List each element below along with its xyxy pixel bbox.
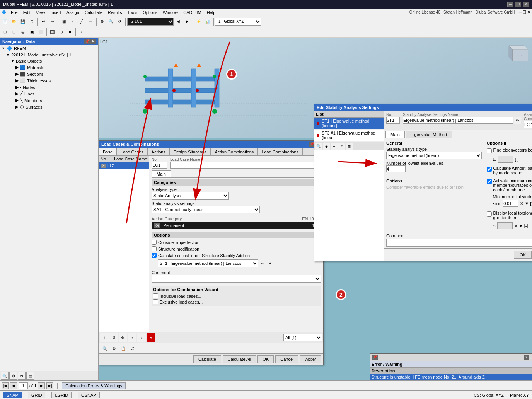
menu-assign[interactable]: Assign xyxy=(64,10,82,15)
static-settings-select[interactable]: SA1 - Geometrically linear xyxy=(152,206,260,213)
activate-prestress-cb[interactable] xyxy=(487,179,492,184)
tb2-render[interactable]: 🔲 xyxy=(48,28,56,36)
stability-name-input[interactable] xyxy=(403,117,513,124)
tb2-grid[interactable]: ⊟ xyxy=(10,28,18,36)
lc-tb-add[interactable]: + xyxy=(100,333,109,342)
page-first-btn[interactable]: |◀ xyxy=(2,382,9,389)
stability-tab-main[interactable]: Main xyxy=(385,131,405,138)
tb-zoom-fit[interactable]: ⊕ xyxy=(98,17,106,26)
menu-edit[interactable]: Edit xyxy=(21,10,33,15)
page-input[interactable] xyxy=(19,382,28,389)
tb2-view2[interactable]: ⬜ xyxy=(36,28,45,36)
stability-no-input[interactable] xyxy=(386,117,400,124)
exclusive-cb[interactable] xyxy=(153,299,158,304)
stl-delete[interactable]: 🗑 xyxy=(346,143,353,150)
nav-thicknesses[interactable]: ▶ ⬜ Thicknesses xyxy=(0,77,98,84)
calc-errors-tab[interactable]: Calculation Errors & Warnings xyxy=(62,382,126,389)
nav-nodes[interactable]: ▶ · Nodes xyxy=(0,84,98,90)
tb-new[interactable]: 📄 xyxy=(1,17,9,26)
tb-rotate[interactable]: ⟳ xyxy=(116,17,124,26)
nav-file[interactable]: ▼ 220121_Model_unstable.rf6* | 1 xyxy=(0,52,98,58)
tb-results[interactable]: 📊 xyxy=(203,17,212,26)
consider-imperfection-cb[interactable] xyxy=(152,240,157,245)
stability-method-select[interactable]: ST1 - Eigenvalue method (linear) | Lancz… xyxy=(158,259,258,267)
lc-tb-down[interactable]: ↓ xyxy=(137,333,146,342)
menu-cad-bim[interactable]: CAD-BIM xyxy=(181,10,203,15)
calculate-btn[interactable]: Calculate xyxy=(193,355,221,363)
stability-ok-btn[interactable]: OK xyxy=(514,251,532,259)
cancel-btn[interactable]: Cancel xyxy=(275,355,298,363)
menu-results[interactable]: Results xyxy=(106,10,124,15)
stl-settings[interactable]: ⚙ xyxy=(323,143,330,150)
display-torsional-cb[interactable] xyxy=(487,211,492,217)
lc-tab-load-combos[interactable]: Load Combinations xyxy=(258,148,303,155)
tb2-solid[interactable]: ■ xyxy=(66,28,74,36)
lc-search-btn[interactable]: 🔍 xyxy=(101,344,109,353)
lc-name-input[interactable] xyxy=(170,162,321,169)
find-eigenvectors-cb[interactable] xyxy=(487,148,492,153)
lc-no-input[interactable] xyxy=(152,162,167,169)
tb2-snap[interactable]: ⊞ xyxy=(1,28,9,36)
num-eigenvalues-input[interactable] xyxy=(386,165,406,172)
tb-node[interactable]: ◦ xyxy=(68,17,77,26)
nav-tb-settings[interactable]: ⚙ xyxy=(9,372,17,380)
menu-window[interactable]: Window xyxy=(160,10,180,15)
lc-export-btn[interactable]: 📋 xyxy=(119,344,128,353)
nav-materials[interactable]: ▶ 🟦 Materials xyxy=(0,64,98,71)
nav-sections[interactable]: ▶ ⬛ Sections xyxy=(0,71,98,77)
tb-open[interactable]: 📂 xyxy=(10,17,18,26)
stability-edit-btn[interactable]: ✏ xyxy=(259,260,266,267)
error-pin-btn[interactable]: 📌 xyxy=(372,355,378,360)
nav-basic-objects[interactable]: ▼ Basic Objects xyxy=(0,58,98,64)
menu-view[interactable]: View xyxy=(34,10,48,15)
emin-input[interactable] xyxy=(503,200,518,207)
stability-item-st3[interactable]: ST3 #1 | Eigenvalue method (linea xyxy=(314,130,384,142)
calc-critical-cb[interactable] xyxy=(152,253,157,258)
stability-comment-select[interactable] xyxy=(386,239,532,247)
tb2-osnap[interactable]: ◎ xyxy=(19,28,27,36)
lc-tab-actions[interactable]: Actions xyxy=(148,148,170,155)
apply-btn[interactable]: Apply xyxy=(300,355,321,363)
menu-calculate[interactable]: Calculate xyxy=(82,10,105,15)
page-prev-btn[interactable]: ◀ xyxy=(10,382,17,389)
lc-all-combo[interactable]: All (1) xyxy=(283,334,322,341)
menu-insert[interactable]: Insert xyxy=(48,10,63,15)
error-row-1[interactable]: Structure is unstable. | FE mesh node No… xyxy=(370,374,532,380)
analysis-type-select[interactable]: Static Analysis xyxy=(152,192,229,200)
lc-tab-design[interactable]: Design Situations xyxy=(170,148,211,155)
close-btn[interactable]: ✕ xyxy=(523,2,529,7)
lc-print-btn[interactable]: 🖨 xyxy=(128,344,137,353)
lc-tb-copy[interactable]: ⧉ xyxy=(109,333,118,342)
tb2-disp[interactable]: ⋯ xyxy=(86,28,95,36)
stability-add-btn[interactable]: + xyxy=(267,260,274,267)
stability-assigned-input[interactable] xyxy=(524,121,532,128)
minimize-btn[interactable]: ─ xyxy=(507,2,513,7)
calculate-all-btn[interactable]: Calculate All xyxy=(223,355,256,363)
nav-tb-search[interactable]: 🔍 xyxy=(1,372,9,380)
nav-lines[interactable]: ▶ ╱ Lines xyxy=(0,90,98,97)
menu-help[interactable]: Help xyxy=(205,10,218,15)
stability-tab-eigenvalue[interactable]: Eigenvalue Method xyxy=(406,131,452,138)
stability-type-select[interactable]: Eigenvalue method (linear) xyxy=(386,152,482,159)
tb2-wire[interactable]: ⬡ xyxy=(57,28,65,36)
page-last-btn[interactable]: ▶| xyxy=(46,382,53,389)
lc-tab-load-cases[interactable]: Load Cases xyxy=(117,148,148,155)
cs-combo[interactable]: 1 - Global XYZ xyxy=(215,18,261,26)
ok-btn[interactable]: OK xyxy=(257,355,274,363)
inclusive-cb[interactable] xyxy=(153,293,158,298)
lc-list-item-lc1[interactable]: G LC1 xyxy=(99,162,149,169)
stl-add[interactable]: + xyxy=(331,143,338,150)
tb-print[interactable]: 🖨 xyxy=(27,17,36,26)
stability-name-edit[interactable]: ✏ xyxy=(514,117,521,124)
restore-btn[interactable]: ❐ xyxy=(515,2,521,7)
nav-close-btn[interactable]: ✕ xyxy=(90,39,96,44)
lc-tb-clear[interactable]: ✕ xyxy=(147,333,155,342)
tb-lc-next[interactable]: ▶ xyxy=(183,17,191,26)
menu-file[interactable]: File xyxy=(9,10,20,15)
nav-rfem[interactable]: ▼ 🔷 RFEM xyxy=(0,45,98,52)
nav-tb-filter[interactable]: ▤ xyxy=(26,372,34,380)
tb-calc[interactable]: ⚡ xyxy=(194,17,203,26)
lc-tb-delete[interactable]: 🗑 xyxy=(119,333,127,342)
nav-members[interactable]: ▶ ╲ Members xyxy=(0,97,98,104)
tb-undo[interactable]: ↩ xyxy=(39,17,48,26)
